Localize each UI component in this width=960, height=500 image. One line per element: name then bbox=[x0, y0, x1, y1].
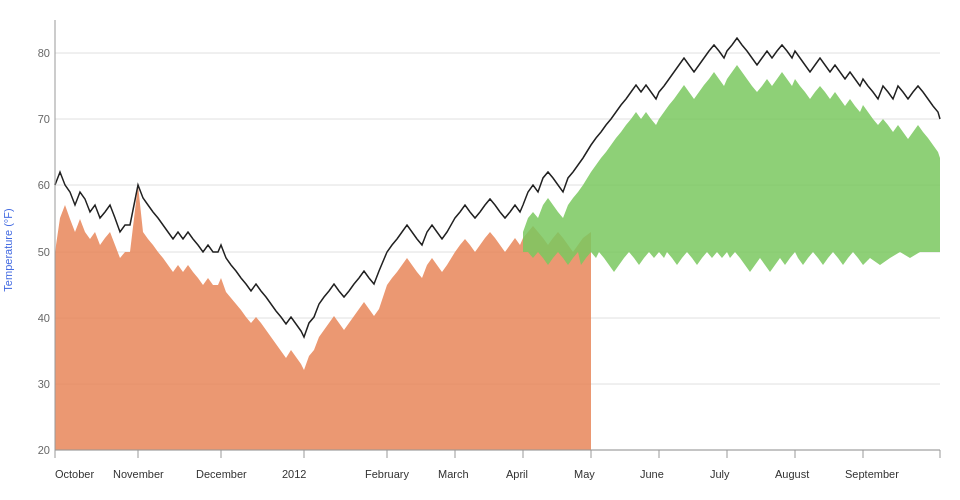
x-label-july: July bbox=[710, 468, 730, 480]
x-label-june: June bbox=[640, 468, 664, 480]
x-label-november: November bbox=[113, 468, 164, 480]
ytick-30: 30 bbox=[38, 378, 50, 390]
x-label-december: December bbox=[196, 468, 247, 480]
ytick-40: 40 bbox=[38, 312, 50, 324]
ytick-20: 20 bbox=[38, 444, 50, 456]
x-label-april: April bbox=[506, 468, 528, 480]
x-label-2012: 2012 bbox=[282, 468, 306, 480]
chart-container: Temperature (°F) 20 30 40 50 60 70 80 bbox=[0, 0, 960, 500]
ytick-50: 50 bbox=[38, 246, 50, 258]
x-label-september: September bbox=[845, 468, 899, 480]
y-axis-label: Temperature (°F) bbox=[2, 208, 14, 291]
ytick-80: 80 bbox=[38, 47, 50, 59]
ytick-70: 70 bbox=[38, 113, 50, 125]
x-label-august: August bbox=[775, 468, 809, 480]
x-label-may: May bbox=[574, 468, 595, 480]
x-label-march: March bbox=[438, 468, 469, 480]
temperature-chart: Temperature (°F) 20 30 40 50 60 70 80 bbox=[0, 0, 960, 500]
ytick-60: 60 bbox=[38, 179, 50, 191]
x-label-october: October bbox=[55, 468, 94, 480]
x-label-february: February bbox=[365, 468, 410, 480]
green-area bbox=[523, 65, 940, 272]
